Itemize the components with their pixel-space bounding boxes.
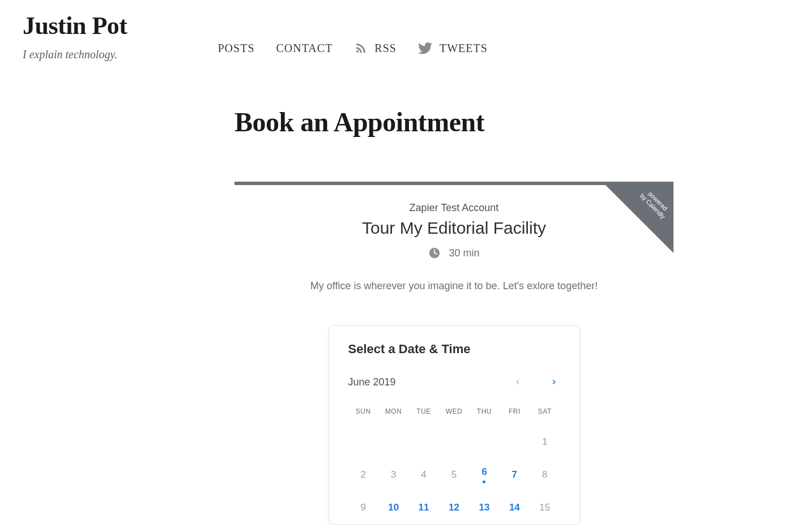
calendar-day-empty <box>500 426 530 458</box>
nav-posts[interactable]: POSTS <box>218 42 254 55</box>
calendar-card: Select a Date & Time June 2019 SUN MON T… <box>329 325 580 525</box>
account-name: Zapier Test Account <box>280 202 628 214</box>
calendar-day[interactable]: 10 <box>378 491 408 524</box>
calendar-day: 1 <box>530 426 560 458</box>
calendar-day: 15 <box>530 491 560 524</box>
calendar-day: 9 <box>348 491 378 524</box>
calendar-day: 8 <box>530 458 560 491</box>
calendar-day-empty <box>469 426 499 458</box>
next-month-button[interactable] <box>548 376 560 388</box>
calendar-day: 5 <box>439 458 469 491</box>
dow-label: SAT <box>530 407 560 415</box>
nav-label: TWEETS <box>440 42 488 55</box>
calendar-day[interactable]: 6 <box>469 458 499 491</box>
twitter-icon <box>418 41 433 55</box>
nav-label: RSS <box>374 42 396 55</box>
dow-label: WED <box>439 407 469 415</box>
prev-month-button[interactable] <box>511 376 524 388</box>
nav-rss[interactable]: RSS <box>354 41 396 55</box>
rss-icon <box>354 41 368 55</box>
site-title[interactable]: Justin Pot <box>23 11 127 40</box>
calendly-embed: powered by Calendly Zapier Test Account … <box>235 182 673 525</box>
dow-label: MON <box>378 407 408 415</box>
calendar-day-empty <box>439 426 469 458</box>
calendar-day[interactable]: 11 <box>408 491 438 524</box>
duration-row: 30 min <box>428 247 479 259</box>
calendar-day[interactable]: 7 <box>500 458 530 491</box>
calendar-month-row: June 2019 <box>348 376 560 388</box>
dow-label: THU <box>469 407 499 415</box>
calendar-day-empty <box>378 426 408 458</box>
primary-nav: POSTS CONTACT RSS TWEETS <box>218 41 487 55</box>
site-header: Justin Pot I explain technology. POSTS C… <box>0 0 793 61</box>
event-description: My office is wherever you imagine it to … <box>280 278 628 294</box>
calendar-day: 3 <box>378 458 408 491</box>
powered-by-badge[interactable] <box>606 185 673 253</box>
nav-tweets[interactable]: TWEETS <box>418 41 488 55</box>
dow-label: FRI <box>500 407 530 415</box>
calendar-day-empty <box>408 426 438 458</box>
dow-label: TUE <box>408 407 438 415</box>
site-identity: Justin Pot I explain technology. <box>23 11 127 61</box>
calendar-month-label: June 2019 <box>348 376 396 388</box>
day-of-week-row: SUN MON TUE WED THU FRI SAT <box>348 407 560 415</box>
site-tagline: I explain technology. <box>23 48 127 61</box>
calendar-days-grid: 123456789101112131415 <box>348 426 560 524</box>
calendar-day[interactable]: 12 <box>439 491 469 524</box>
page-title: Book an Appointment <box>235 106 673 138</box>
dow-label: SUN <box>348 407 378 415</box>
calendar-day: 4 <box>408 458 438 491</box>
calendar-day-empty <box>348 426 378 458</box>
event-title: Tour My Editorial Facility <box>280 218 628 238</box>
clock-icon <box>428 247 441 259</box>
calendar-heading: Select a Date & Time <box>348 342 560 357</box>
calendar-nav <box>511 376 560 388</box>
calendar-day: 2 <box>348 458 378 491</box>
nav-label: POSTS <box>218 42 254 55</box>
nav-label: CONTACT <box>276 42 333 55</box>
duration-text: 30 min <box>449 247 479 259</box>
calendar-day[interactable]: 14 <box>500 491 530 524</box>
main-content: Book an Appointment powered by Calendly … <box>235 106 673 525</box>
calendar-day[interactable]: 13 <box>469 491 499 524</box>
nav-contact[interactable]: CONTACT <box>276 42 333 55</box>
